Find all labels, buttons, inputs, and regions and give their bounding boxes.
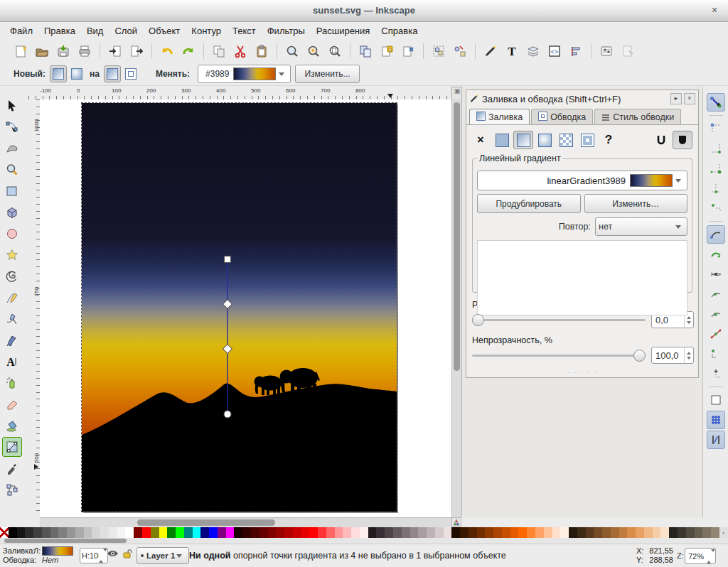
menu-view[interactable]: Вид	[81, 23, 109, 38]
zoom-tool[interactable]	[2, 160, 22, 180]
spin-up-icon[interactable]	[687, 352, 691, 355]
panel-menu-button[interactable]: ▸	[670, 93, 682, 104]
palette-swatch[interactable]	[502, 527, 510, 538]
3d-box-tool[interactable]	[2, 202, 22, 222]
palette-swatch[interactable]	[485, 527, 493, 538]
palette-swatch[interactable]	[109, 527, 117, 538]
snap-line-midpoints[interactable]	[707, 325, 725, 343]
vertical-scrollbar-thumb[interactable]	[454, 102, 460, 371]
snap-cusp-nodes[interactable]	[707, 285, 725, 303]
align-dialog-button[interactable]	[565, 40, 587, 62]
fill-swatch-button[interactable]	[577, 131, 597, 149]
new-radial-gradient-toggle[interactable]	[68, 65, 85, 82]
snap-bbox-edges[interactable]	[707, 139, 725, 158]
palette-swatch[interactable]	[678, 527, 686, 538]
document-page[interactable]	[82, 103, 397, 512]
menu-path[interactable]: Контур	[186, 23, 227, 38]
fill-rule-nonzero-button[interactable]	[673, 131, 692, 149]
snap-path-intersections[interactable]	[707, 265, 725, 284]
palette-scroll-arrow[interactable]: ‹	[719, 527, 728, 538]
palette-swatch[interactable]	[159, 527, 168, 538]
menu-object[interactable]: Объект	[143, 23, 186, 38]
palette-swatch[interactable]	[75, 527, 84, 538]
node-editor-tool[interactable]	[2, 117, 22, 137]
spiral-tool[interactable]	[2, 266, 22, 286]
menu-filters[interactable]: Фильтры	[262, 23, 311, 38]
palette-swatch[interactable]	[402, 527, 410, 538]
text-dialog-button[interactable]: T	[501, 40, 523, 62]
palette-swatch[interactable]	[527, 527, 535, 538]
palette-swatch[interactable]	[293, 527, 301, 538]
gradient-select-combo[interactable]: #3989	[198, 65, 291, 83]
spin-down-icon[interactable]	[687, 357, 691, 360]
fill-unknown-button[interactable]: ?	[599, 131, 619, 149]
palette-swatch[interactable]	[33, 527, 42, 538]
copy-button[interactable]	[208, 40, 230, 62]
new-linear-gradient-toggle[interactable]	[50, 65, 67, 82]
palette-swatch[interactable]	[67, 527, 75, 538]
palette-swatch[interactable]	[326, 527, 335, 538]
snap-grid-toggle[interactable]	[707, 411, 725, 429]
palette-swatch[interactable]	[611, 527, 619, 538]
palette-swatch[interactable]	[335, 527, 343, 538]
snap-bbox-toggle[interactable]	[707, 119, 725, 138]
fill-pattern-button[interactable]	[556, 131, 576, 149]
menu-layer[interactable]: Слой	[109, 23, 143, 38]
document-properties-button[interactable]	[617, 40, 638, 62]
menu-edit[interactable]: Правка	[38, 23, 81, 38]
palette-swatch[interactable]	[309, 527, 318, 538]
zoom-selection-button[interactable]	[282, 40, 303, 62]
palette-swatch[interactable]	[435, 527, 444, 538]
gradient-tool[interactable]	[2, 437, 22, 457]
spin-up-icon[interactable]	[687, 316, 691, 319]
palette-swatch[interactable]	[653, 527, 661, 538]
menu-help[interactable]: Справка	[375, 23, 423, 38]
menu-file[interactable]: Файл	[4, 23, 38, 38]
unlink-clone-button[interactable]	[397, 40, 419, 62]
snap-bbox-centers[interactable]	[707, 199, 725, 217]
palette-swatch[interactable]	[577, 527, 586, 538]
gradient-on-fill-toggle[interactable]	[104, 65, 121, 82]
snap-smooth-nodes[interactable]	[707, 305, 725, 323]
menu-text[interactable]: Текст	[227, 23, 262, 38]
zoom-drawing-button[interactable]	[303, 40, 324, 62]
palette-swatch[interactable]	[209, 527, 218, 538]
spin-down-icon[interactable]	[711, 549, 715, 561]
layer-lock-toggle[interactable]	[122, 549, 132, 558]
palette-swatch[interactable]	[376, 527, 385, 538]
tweak-tool[interactable]	[2, 139, 22, 158]
edit-gradient-button[interactable]: Изменить...	[295, 65, 359, 83]
palette-swatch[interactable]	[218, 527, 226, 538]
save-document-button[interactable]	[53, 40, 74, 62]
palette-swatch[interactable]	[17, 527, 26, 538]
fill-stroke-dialog-button[interactable]	[480, 40, 501, 62]
palette-swatch[interactable]	[619, 527, 628, 538]
bezier-pen-tool[interactable]	[2, 309, 22, 329]
palette-swatch[interactable]	[9, 527, 17, 538]
open-document-button[interactable]	[31, 40, 53, 62]
palette-swatch[interactable]	[184, 527, 193, 538]
current-layer-combo[interactable]: Layer 1	[136, 547, 189, 564]
selector-tool[interactable]	[2, 96, 22, 116]
palette-swatch[interactable]	[351, 527, 360, 538]
palette-swatch[interactable]	[518, 527, 527, 538]
palette-swatch[interactable]	[460, 527, 469, 538]
canvas[interactable]	[40, 99, 451, 517]
print-button[interactable]	[74, 40, 95, 62]
snap-rotation-centers[interactable]	[707, 364, 725, 383]
spin-down-icon[interactable]	[687, 321, 691, 324]
snap-bbox-edge-midpoints[interactable]	[707, 179, 725, 198]
palette-swatch[interactable]	[451, 527, 460, 538]
palette-swatch[interactable]	[686, 527, 695, 538]
palette-swatch[interactable]	[167, 527, 176, 538]
fill-indicator[interactable]: Л:	[33, 546, 73, 556]
blur-slider[interactable]	[472, 313, 646, 327]
opacity-spinbox[interactable]: 100,0	[651, 347, 694, 364]
palette-swatch[interactable]	[142, 527, 151, 538]
palette-swatch[interactable]	[552, 527, 561, 538]
zoom-spinbox[interactable]: 72%	[685, 548, 716, 564]
vertical-scrollbar[interactable]	[451, 99, 462, 517]
palette-swatch[interactable]	[134, 527, 142, 538]
vertical-ruler[interactable]: 1000 750 500	[28, 99, 41, 517]
palette-swatch[interactable]	[711, 527, 719, 538]
